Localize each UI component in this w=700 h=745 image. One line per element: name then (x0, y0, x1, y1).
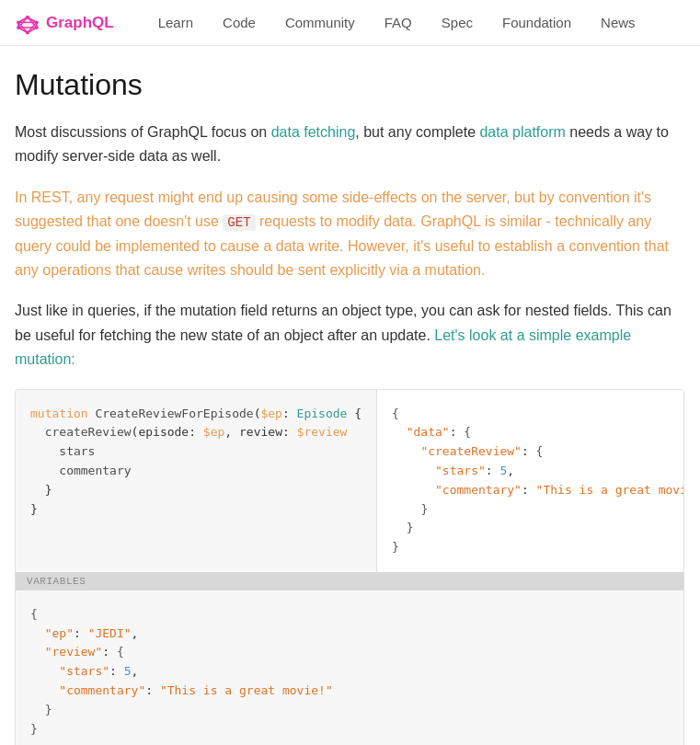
data-fetching-link[interactable]: data fetching (271, 124, 356, 140)
logo-link[interactable]: GraphQL (15, 10, 114, 36)
nav-faq[interactable]: FAQ (370, 0, 427, 46)
variables-bar: VARIABLES (16, 572, 683, 590)
nav-code[interactable]: Code (208, 0, 270, 46)
paragraph-3: Just like in queries, if the mutation fi… (15, 299, 684, 372)
code-panel-query: mutation CreateReviewForEpisode($ep: Epi… (16, 390, 377, 572)
logo-text: GraphQL (46, 14, 114, 32)
example-link[interactable]: Let's look at a simple example mutation: (15, 327, 631, 367)
graphql-logo-icon (15, 10, 40, 36)
get-code: GET (223, 214, 255, 231)
para2-orange-text: In REST, any request might end up causin… (15, 189, 669, 278)
page-title: Mutations (15, 68, 684, 102)
main-content: Mutations Most discussions of GraphQL fo… (0, 46, 699, 745)
main-nav: Learn Code Community FAQ Spec Foundation… (143, 0, 650, 46)
site-header: GraphQL Learn Code Community FAQ Spec Fo… (0, 0, 700, 46)
code-example-block: mutation CreateReviewForEpisode($ep: Epi… (15, 389, 684, 745)
variables-pre: { "ep": "JEDI", "review": { "stars": 5, … (30, 605, 669, 739)
code-query-pre: mutation CreateReviewForEpisode($ep: Epi… (30, 405, 361, 520)
nav-community[interactable]: Community (270, 0, 370, 46)
paragraph-1: Most discussions of GraphQL focus on dat… (15, 120, 684, 169)
nav-foundation[interactable]: Foundation (488, 0, 586, 46)
paragraph-2: In REST, any request might end up causin… (15, 186, 684, 283)
data-platform-link[interactable]: data platform (479, 124, 565, 140)
nav-spec[interactable]: Spec (427, 0, 488, 46)
code-panel-variables: { "ep": "JEDI", "review": { "stars": 5, … (16, 590, 683, 745)
variables-label: VARIABLES (27, 576, 86, 587)
code-panel-result: { "data": { "createReview": { "stars": 5… (377, 390, 684, 572)
nav-news[interactable]: News (586, 0, 650, 46)
nav-learn[interactable]: Learn (143, 0, 208, 46)
code-result-pre: { "data": { "createReview": { "stars": 5… (392, 405, 684, 557)
